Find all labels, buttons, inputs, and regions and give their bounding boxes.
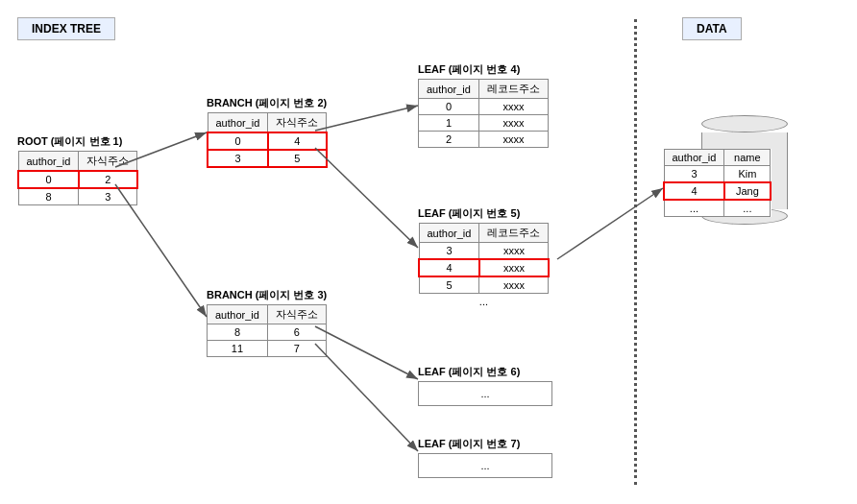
branch3-table: author_id 자식주소 8 6 11 7 [207,304,327,357]
root-table: author_id 자식주소 0 2 8 3 [17,151,138,205]
table-row: 0 2 [18,171,137,188]
table-row: ... [419,454,552,478]
main-container: INDEX TREE DATA ROOT (페이지 번호 1) author_i… [0,0,857,504]
table-row: 3 5 [208,150,327,167]
leaf7-table: ... [418,453,552,478]
db-top [701,115,788,132]
svg-line-6 [315,344,418,451]
svg-line-5 [315,326,418,379]
table-row: 3 Kim [664,166,771,183]
leaf6-node: LEAF (페이지 번호 6) ... [418,365,552,406]
data-table: author_id name 3 Kim 4 Jang ... ... [663,149,771,217]
table-row: 4 xxxx [419,259,549,276]
table-row: ... ... [664,200,771,217]
table-row: 3 xxxx [419,243,549,260]
svg-line-4 [315,148,418,248]
table-row: 5 xxxx [419,276,549,294]
table-row: 0 4 [208,132,327,150]
leaf5-table: author_id 레코드주소 3 xxxx 4 xxxx 5 xxxx [418,223,550,294]
branch2-table: author_id 자식주소 0 4 3 5 [207,112,328,168]
table-row: 0 xxxx [419,99,549,115]
data-table-node: author_id name 3 Kim 4 Jang ... ... [663,149,771,217]
table-row: 2 xxxx [419,132,549,148]
leaf5-node: LEAF (페이지 번호 5) author_id 레코드주소 3 xxxx 4… [418,206,550,309]
svg-line-7 [557,188,663,259]
branch3-node: BRANCH (페이지 번호 3) author_id 자식주소 8 6 11 … [207,288,327,357]
table-row: 1 xxxx [419,115,549,132]
root-node: ROOT (페이지 번호 1) author_id 자식주소 0 2 8 3 [17,134,138,205]
data-label: DATA [682,17,742,40]
leaf4-table: author_id 레코드주소 0 xxxx 1 xxxx 2 xxxx [418,79,549,148]
dotted-divider [634,19,637,485]
table-row: ... [419,382,552,406]
leaf7-node: LEAF (페이지 번호 7) ... [418,437,552,478]
table-row: 4 Jang [664,182,771,200]
table-row: 8 3 [18,188,137,205]
table-row: 11 7 [208,341,327,357]
leaf6-table: ... [418,381,552,406]
leaf4-node: LEAF (페이지 번호 4) author_id 레코드주소 0 xxxx 1… [418,62,549,148]
table-row: 8 6 [208,324,327,341]
branch2-node: BRANCH (페이지 번호 2) author_id 자식주소 0 4 3 5 [207,96,328,168]
index-tree-label: INDEX TREE [17,17,115,40]
svg-line-3 [315,106,418,131]
